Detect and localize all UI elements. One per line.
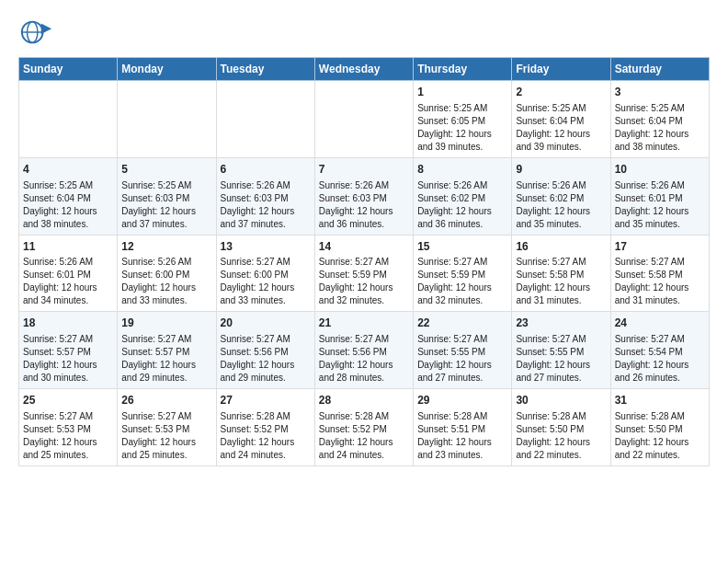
day-number: 24	[615, 316, 705, 331]
calendar-cell: 12Sunrise: 5:26 AM Sunset: 6:00 PM Dayli…	[118, 235, 216, 312]
cell-content: Sunrise: 5:27 AM Sunset: 5:55 PM Dayligh…	[516, 334, 590, 383]
cell-content: Sunrise: 5:27 AM Sunset: 5:56 PM Dayligh…	[221, 334, 295, 383]
cell-content: Sunrise: 5:28 AM Sunset: 5:52 PM Dayligh…	[319, 411, 393, 460]
cell-content: Sunrise: 5:28 AM Sunset: 5:50 PM Dayligh…	[615, 411, 689, 460]
calendar-cell: 19Sunrise: 5:27 AM Sunset: 5:57 PM Dayli…	[118, 312, 216, 389]
calendar-header: SundayMondayTuesdayWednesdayThursdayFrid…	[19, 58, 710, 81]
cell-content: Sunrise: 5:26 AM Sunset: 6:02 PM Dayligh…	[417, 180, 492, 229]
cell-content: Sunrise: 5:27 AM Sunset: 5:56 PM Dayligh…	[319, 334, 393, 383]
calendar-cell	[118, 81, 216, 158]
calendar-cell: 21Sunrise: 5:27 AM Sunset: 5:56 PM Dayli…	[314, 312, 413, 389]
day-number: 31	[615, 393, 705, 408]
logo	[18, 15, 57, 50]
cell-content: Sunrise: 5:27 AM Sunset: 5:57 PM Dayligh…	[23, 334, 97, 383]
calendar-cell: 25Sunrise: 5:27 AM Sunset: 5:53 PM Dayli…	[19, 389, 118, 466]
day-number: 9	[516, 162, 606, 178]
calendar-cell: 2Sunrise: 5:25 AM Sunset: 6:04 PM Daylig…	[512, 81, 610, 158]
calendar-cell: 27Sunrise: 5:28 AM Sunset: 5:52 PM Dayli…	[216, 389, 314, 466]
cell-content: Sunrise: 5:27 AM Sunset: 5:59 PM Dayligh…	[319, 257, 393, 305]
day-number: 30	[516, 393, 606, 408]
page: SundayMondayTuesdayWednesdayThursdayFrid…	[0, 0, 728, 563]
cell-content: Sunrise: 5:27 AM Sunset: 5:58 PM Dayligh…	[516, 257, 590, 305]
calendar-cell: 16Sunrise: 5:27 AM Sunset: 5:58 PM Dayli…	[512, 235, 610, 312]
day-number: 20	[221, 316, 311, 331]
cell-content: Sunrise: 5:25 AM Sunset: 6:04 PM Dayligh…	[615, 103, 689, 152]
day-number: 2	[516, 85, 606, 100]
calendar-cell: 14Sunrise: 5:27 AM Sunset: 5:59 PM Dayli…	[314, 235, 413, 312]
cell-content: Sunrise: 5:27 AM Sunset: 5:53 PM Dayligh…	[121, 411, 196, 460]
cell-content: Sunrise: 5:27 AM Sunset: 5:59 PM Dayligh…	[417, 257, 492, 305]
calendar-cell: 22Sunrise: 5:27 AM Sunset: 5:55 PM Dayli…	[414, 312, 512, 389]
calendar-cell: 11Sunrise: 5:26 AM Sunset: 6:01 PM Dayli…	[19, 235, 118, 312]
calendar-cell: 13Sunrise: 5:27 AM Sunset: 6:00 PM Dayli…	[216, 235, 314, 312]
cell-content: Sunrise: 5:27 AM Sunset: 5:54 PM Dayligh…	[615, 334, 689, 383]
calendar-cell: 7Sunrise: 5:26 AM Sunset: 6:03 PM Daylig…	[314, 157, 413, 235]
cell-content: Sunrise: 5:28 AM Sunset: 5:51 PM Dayligh…	[417, 411, 492, 460]
day-number: 12	[121, 239, 211, 255]
calendar-cell: 4Sunrise: 5:25 AM Sunset: 6:04 PM Daylig…	[19, 157, 118, 235]
calendar-cell: 15Sunrise: 5:27 AM Sunset: 5:59 PM Dayli…	[414, 235, 512, 312]
day-number: 25	[23, 393, 113, 408]
day-number: 27	[221, 393, 311, 408]
cell-content: Sunrise: 5:28 AM Sunset: 5:50 PM Dayligh…	[516, 411, 590, 460]
calendar-cell	[19, 81, 118, 158]
calendar-cell: 10Sunrise: 5:26 AM Sunset: 6:01 PM Dayli…	[610, 157, 709, 235]
day-number: 7	[319, 162, 409, 178]
cell-content: Sunrise: 5:25 AM Sunset: 6:03 PM Dayligh…	[121, 180, 196, 229]
calendar-cell: 3Sunrise: 5:25 AM Sunset: 6:04 PM Daylig…	[610, 81, 709, 158]
calendar-cell: 26Sunrise: 5:27 AM Sunset: 5:53 PM Dayli…	[118, 389, 216, 466]
day-number: 19	[121, 316, 211, 331]
header-cell-sunday: Sunday	[19, 58, 118, 81]
calendar-cell: 18Sunrise: 5:27 AM Sunset: 5:57 PM Dayli…	[19, 312, 118, 389]
day-number: 6	[221, 162, 311, 178]
header-cell-thursday: Thursday	[414, 58, 512, 81]
calendar-cell: 28Sunrise: 5:28 AM Sunset: 5:52 PM Dayli…	[314, 389, 413, 466]
cell-content: Sunrise: 5:27 AM Sunset: 5:53 PM Dayligh…	[23, 411, 97, 460]
cell-content: Sunrise: 5:28 AM Sunset: 5:52 PM Dayligh…	[221, 411, 295, 460]
header-row: SundayMondayTuesdayWednesdayThursdayFrid…	[19, 58, 710, 81]
day-number: 28	[319, 393, 409, 408]
calendar-cell	[314, 81, 413, 158]
day-number: 13	[221, 239, 311, 255]
calendar-cell: 5Sunrise: 5:25 AM Sunset: 6:03 PM Daylig…	[118, 157, 216, 235]
header-cell-wednesday: Wednesday	[314, 58, 413, 81]
cell-content: Sunrise: 5:25 AM Sunset: 6:04 PM Dayligh…	[516, 103, 590, 152]
day-number: 4	[23, 162, 113, 178]
day-number: 8	[417, 162, 507, 178]
cell-content: Sunrise: 5:27 AM Sunset: 5:57 PM Dayligh…	[121, 334, 196, 383]
calendar-cell: 30Sunrise: 5:28 AM Sunset: 5:50 PM Dayli…	[512, 389, 610, 466]
day-number: 3	[615, 85, 705, 100]
day-number: 15	[417, 239, 507, 255]
header-cell-saturday: Saturday	[610, 58, 709, 81]
calendar-cell: 31Sunrise: 5:28 AM Sunset: 5:50 PM Dayli…	[610, 389, 709, 466]
calendar-cell: 6Sunrise: 5:26 AM Sunset: 6:03 PM Daylig…	[216, 157, 314, 235]
week-row-1: 1Sunrise: 5:25 AM Sunset: 6:05 PM Daylig…	[19, 81, 710, 158]
day-number: 29	[417, 393, 507, 408]
cell-content: Sunrise: 5:27 AM Sunset: 6:00 PM Dayligh…	[221, 257, 295, 305]
day-number: 23	[516, 316, 606, 331]
cell-content: Sunrise: 5:26 AM Sunset: 6:00 PM Dayligh…	[121, 257, 196, 305]
day-number: 5	[121, 162, 211, 178]
cell-content: Sunrise: 5:27 AM Sunset: 5:55 PM Dayligh…	[417, 334, 492, 383]
day-number: 14	[319, 239, 409, 255]
calendar-body: 1Sunrise: 5:25 AM Sunset: 6:05 PM Daylig…	[19, 81, 710, 466]
week-row-2: 4Sunrise: 5:25 AM Sunset: 6:04 PM Daylig…	[19, 157, 710, 235]
header-cell-monday: Monday	[118, 58, 216, 81]
calendar-cell: 17Sunrise: 5:27 AM Sunset: 5:58 PM Dayli…	[610, 235, 709, 312]
cell-content: Sunrise: 5:26 AM Sunset: 6:01 PM Dayligh…	[615, 180, 689, 229]
cell-content: Sunrise: 5:25 AM Sunset: 6:04 PM Dayligh…	[23, 180, 97, 229]
day-number: 17	[615, 239, 705, 255]
header-cell-tuesday: Tuesday	[216, 58, 314, 81]
calendar-cell: 8Sunrise: 5:26 AM Sunset: 6:02 PM Daylig…	[414, 157, 512, 235]
week-row-3: 11Sunrise: 5:26 AM Sunset: 6:01 PM Dayli…	[19, 235, 710, 312]
cell-content: Sunrise: 5:26 AM Sunset: 6:03 PM Dayligh…	[319, 180, 393, 229]
day-number: 18	[23, 316, 113, 331]
calendar-cell: 1Sunrise: 5:25 AM Sunset: 6:05 PM Daylig…	[414, 81, 512, 158]
calendar-cell: 24Sunrise: 5:27 AM Sunset: 5:54 PM Dayli…	[610, 312, 709, 389]
cell-content: Sunrise: 5:25 AM Sunset: 6:05 PM Dayligh…	[417, 103, 492, 152]
week-row-4: 18Sunrise: 5:27 AM Sunset: 5:57 PM Dayli…	[19, 312, 710, 389]
cell-content: Sunrise: 5:27 AM Sunset: 5:58 PM Dayligh…	[615, 257, 689, 305]
day-number: 10	[615, 162, 705, 178]
day-number: 22	[417, 316, 507, 331]
day-number: 26	[121, 393, 211, 408]
